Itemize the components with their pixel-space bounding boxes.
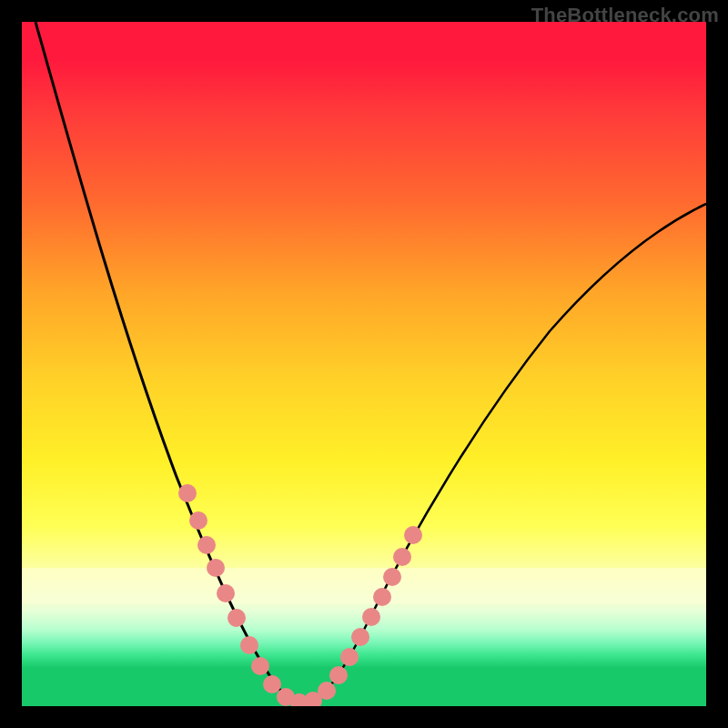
svg-point-0: [178, 484, 197, 502]
svg-point-7: [251, 657, 269, 675]
curve-layer: [22, 22, 706, 706]
svg-point-6: [240, 636, 258, 654]
outer-frame: TheBottleneck.com: [0, 0, 728, 728]
svg-point-4: [217, 584, 235, 602]
svg-point-8: [263, 675, 281, 693]
svg-point-3: [207, 559, 225, 577]
svg-point-15: [351, 628, 369, 646]
near-optimal-dots: [178, 484, 422, 706]
svg-point-20: [404, 526, 422, 544]
watermark-text: TheBottleneck.com: [531, 4, 719, 27]
svg-point-5: [228, 609, 246, 627]
svg-point-17: [373, 588, 391, 606]
svg-point-1: [189, 511, 207, 530]
right-branch-path: [304, 204, 706, 703]
svg-point-14: [340, 648, 359, 666]
svg-point-19: [393, 548, 411, 566]
svg-point-18: [383, 568, 401, 586]
plot-area: [22, 22, 706, 706]
svg-point-13: [329, 666, 348, 684]
svg-point-16: [362, 608, 380, 626]
left-branch-path: [35, 22, 304, 703]
svg-point-2: [197, 536, 216, 554]
svg-point-12: [318, 682, 336, 700]
